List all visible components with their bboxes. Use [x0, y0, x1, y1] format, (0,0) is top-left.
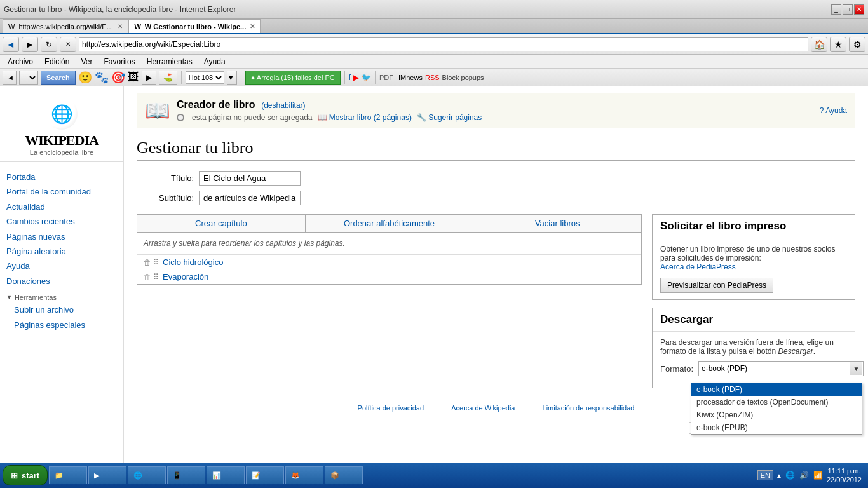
photo-icon[interactable]: 🖼 — [128, 71, 139, 84]
dropdown-option-epub[interactable]: e-book (EPUB) — [691, 421, 862, 434]
tab-1[interactable]: W http://es.wikipedia.org/wiki/Esp... ✕ — [3, 19, 128, 33]
format-select[interactable]: e-book (PDF) procesador de textos (OpenD… — [698, 361, 864, 376]
rss-icon: RSS — [425, 74, 440, 81]
play-btn[interactable]: ▶ — [142, 71, 156, 85]
block-popups-label[interactable]: Block popups — [442, 74, 484, 81]
book-help-link[interactable]: ? Ayuda — [820, 106, 847, 115]
paw-icon[interactable]: 🐾 — [95, 71, 109, 85]
taskbar-item-5[interactable]: 📊 — [207, 466, 245, 484]
close-button[interactable]: ✕ — [854, 4, 864, 15]
tab-1-close[interactable]: ✕ — [118, 23, 123, 30]
flag-btn[interactable]: ⛳ — [159, 71, 177, 85]
toolbar-back-btn[interactable]: ◄ — [3, 71, 17, 85]
sidebar-item-portada[interactable]: Portada — [6, 170, 117, 184]
drag-icon-2[interactable]: ⠿ — [153, 273, 159, 281]
menu-ayuda[interactable]: Ayuda — [199, 56, 231, 67]
reload-button[interactable]: ↻ — [41, 37, 57, 52]
tab-2-close[interactable]: ✕ — [250, 23, 255, 30]
taskbar-item-2[interactable]: ▶ — [88, 466, 126, 484]
sidebar-item-donaciones[interactable]: Donaciones — [6, 274, 117, 288]
sidebar-item-aleatoria[interactable]: Página aleatoria — [6, 244, 117, 259]
empty-books-btn[interactable]: Vaciar libros — [473, 215, 641, 232]
format-row: Formato: e-book (PDF) procesador de text… — [660, 361, 847, 376]
tools-button[interactable]: ⚙ — [849, 37, 865, 52]
footer-disclaimer-link[interactable]: Limitación de responsabilidad — [535, 396, 642, 419]
create-chapter-btn[interactable]: Crear capítulo — [137, 215, 306, 232]
book-creator-info: Creador de libro (deshabilitar) esta pág… — [177, 99, 482, 122]
preview-btn[interactable]: Previsualizar con PediaPress — [660, 278, 773, 293]
taskbar-item-8[interactable]: 📦 — [325, 466, 363, 484]
stop-button[interactable]: ✕ — [60, 37, 76, 52]
lang-indicator[interactable]: EN — [757, 470, 773, 480]
tab-2[interactable]: W W Gestionar tu libro - Wikipe... ✕ — [128, 19, 261, 33]
youtube-icon[interactable]: ▶ — [353, 73, 359, 82]
taskbar-clock: 11:11 p.m. 22/09/2012 — [827, 466, 862, 485]
title-row: Título: — [137, 171, 855, 186]
title-label: Título: — [137, 173, 194, 183]
sidebar-item-cambios[interactable]: Cambios recientes — [6, 214, 117, 229]
taskbar-item-7[interactable]: 🦊 — [285, 466, 323, 484]
twitter-icon[interactable]: 🐦 — [362, 73, 371, 82]
drag-icon-1[interactable]: ⠿ — [153, 258, 159, 267]
print-body-text: Obtener un libro impreso de uno de nuest… — [660, 245, 847, 262]
menu-herramientas[interactable]: Herramientas — [142, 56, 198, 67]
taskbar-item-4[interactable]: 📱 — [167, 466, 205, 484]
hot-arrow[interactable]: ▼ — [227, 71, 237, 85]
book-creator-status-row: esta página no puede ser agregada 📖 Most… — [177, 113, 482, 122]
arregla-button[interactable]: ● Arregla (15) fallos del PC — [245, 71, 341, 85]
delete-icon-1[interactable]: 🗑 — [144, 258, 151, 267]
subtitle-row: Subtítulo: — [137, 191, 855, 205]
menu-ver[interactable]: Ver — [76, 56, 97, 67]
dropdown-option-zim[interactable]: Kiwix (OpenZIM) — [691, 409, 862, 421]
address-bar[interactable] — [79, 37, 808, 51]
sidebar-item-especiales[interactable]: Páginas especiales — [6, 318, 117, 332]
delete-icon-2[interactable]: 🗑 — [144, 273, 151, 281]
taskbar-item-1[interactable]: 📁 — [49, 466, 87, 484]
subtitle-input[interactable] — [199, 191, 301, 205]
book-creator-disable-link[interactable]: (deshabilitar) — [261, 101, 305, 110]
maximize-button[interactable]: □ — [843, 4, 853, 15]
menu-archivo[interactable]: Archivo — [3, 56, 38, 67]
book-show-link[interactable]: 📖 Mostrar libro (2 páginas) — [318, 113, 412, 122]
sidebar-item-nuevas[interactable]: Páginas nuevas — [6, 229, 117, 244]
back-button[interactable]: ◄ — [3, 37, 19, 52]
taskbar-right: EN ▲ 🌐 🔊 📶 11:11 p.m. 22/09/2012 — [754, 463, 865, 488]
order-alpha-btn[interactable]: Ordenar alfabéticamente — [306, 215, 474, 232]
menu-edicion[interactable]: Edición — [39, 56, 74, 67]
taskbar-item-6[interactable]: 📝 — [246, 466, 284, 484]
print-section: Solicitar el libro impreso Obtener un li… — [652, 214, 855, 300]
main-content: 📖 Creador de libro (deshabilitar) esta p… — [124, 86, 868, 470]
start-button[interactable]: ⊞ start — [3, 465, 48, 485]
chapter-link-1[interactable]: Ciclo hidrológico — [163, 257, 223, 267]
taskbar-item-3[interactable]: 🌐 — [128, 466, 166, 484]
favorites-button[interactable]: ★ — [830, 37, 846, 52]
dropdown-option-pdf[interactable]: e-book (PDF) — [691, 383, 862, 396]
menu-favoritos[interactable]: Favoritos — [98, 56, 140, 67]
sidebar: 🌐 WIKIPEDIA La enciclopedia libre Portad… — [0, 86, 124, 470]
footer-about-link[interactable]: Acerca de Wikipedia — [444, 396, 522, 419]
book-suggest-link[interactable]: 🔧 Sugerir páginas — [417, 113, 482, 122]
imnews-label[interactable]: IMnews — [398, 74, 423, 81]
footer-privacy-link[interactable]: Política de privacidad — [350, 396, 432, 419]
smiley-icon[interactable]: 🙂 — [78, 71, 92, 85]
search-button[interactable]: Search — [41, 71, 76, 85]
sidebar-item-ayuda[interactable]: Ayuda — [6, 259, 117, 273]
minimize-button[interactable]: _ — [831, 4, 841, 15]
sidebar-item-actualidad[interactable]: Actualidad — [6, 200, 117, 214]
title-input[interactable] — [199, 171, 301, 186]
pediapress-link[interactable]: Acerca de PediaPress — [660, 262, 847, 271]
target-icon[interactable]: 🎯 — [111, 71, 125, 85]
chapter-btn-row: Crear capítulo Ordenar alfabéticamente V… — [137, 215, 641, 233]
sidebar-item-portal[interactable]: Portal de la comunidad — [6, 184, 117, 199]
toolbar-dropdown[interactable] — [19, 71, 38, 85]
sidebar-item-subir[interactable]: Subir un archivo — [6, 302, 117, 317]
sep3 — [344, 71, 345, 84]
home-button[interactable]: 🏠 — [811, 37, 827, 52]
dropdown-option-odt[interactable]: procesador de textos (OpenDocument) — [691, 396, 862, 409]
facebook-icon[interactable]: f — [349, 73, 351, 82]
hot-select[interactable]: Hot 108 — [186, 71, 224, 84]
forward-button[interactable]: ► — [22, 37, 38, 52]
right-column: Solicitar el libro impreso Obtener un li… — [652, 214, 855, 396]
chapter-link-2[interactable]: Evaporación — [163, 272, 208, 281]
chapter-item-2: 🗑 ⠿ Evaporación — [137, 269, 641, 284]
